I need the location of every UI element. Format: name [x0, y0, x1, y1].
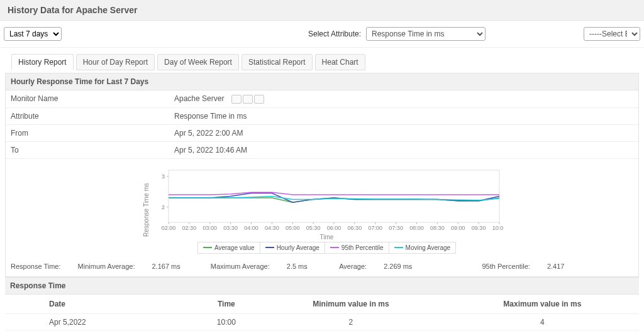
- legend-label: Hourly Average: [277, 244, 319, 251]
- svg-text:02:00: 02:00: [161, 225, 175, 231]
- response-time-chart: 2302:0002:3003:0003:3004:0004:3005:0005:…: [151, 166, 503, 232]
- chart-xlabel: Time: [151, 234, 503, 241]
- table-cell: 4: [446, 313, 639, 330]
- attribute-select[interactable]: Response Time in ms: [366, 27, 486, 41]
- tab-statistical-report[interactable]: Statistical Report: [242, 54, 313, 70]
- stats-max: Maximum Average: 2.5 ms: [211, 263, 323, 270]
- table-cell: 3: [446, 330, 639, 336]
- tab-history-report[interactable]: History Report: [11, 54, 74, 70]
- svg-text:06:00: 06:00: [326, 225, 341, 231]
- svg-text:04:30: 04:30: [265, 225, 279, 231]
- table-cell: Apr 5,2022: [5, 313, 196, 330]
- kv-val: Apr 5, 2022 2:00 AM: [174, 129, 633, 138]
- kv-from: From Apr 5, 2022 2:00 AM: [6, 125, 638, 142]
- report-panel: Hourly Response Time for Last 7 Days Mon…: [5, 73, 639, 277]
- table-cell: 2: [256, 313, 445, 330]
- controls-row: Last 7 days Select Attribute: Response T…: [0, 21, 644, 48]
- legend-item[interactable]: Moving Average: [389, 242, 457, 254]
- table-title: Response Time: [5, 277, 639, 295]
- tab-hour-of-day-report[interactable]: Hour of Day Report: [76, 54, 155, 70]
- table-row: Apr 5,20229:0013: [5, 330, 639, 336]
- kv-val: Apache Server: [174, 94, 633, 104]
- table-cell: 9:00: [196, 330, 256, 336]
- monitor-name-value: Apache Server: [174, 94, 224, 103]
- table-header: Time: [196, 295, 256, 314]
- chart-icon[interactable]: [231, 95, 242, 104]
- svg-text:05:30: 05:30: [306, 225, 320, 231]
- legend-label: Moving Average: [406, 244, 451, 251]
- svg-text:09:00: 09:00: [450, 225, 465, 231]
- svg-text:09:30: 09:30: [471, 225, 486, 231]
- svg-text:10:00: 10:00: [492, 225, 502, 231]
- legend-swatch: [265, 247, 274, 248]
- kv-val: Apr 5, 2022 10:46 AM: [174, 146, 633, 154]
- kv-to: To Apr 5, 2022 10:46 AM: [6, 142, 638, 159]
- stats-p95: 95th Percentile: 2.417: [482, 263, 579, 270]
- stats-avg: Average: 2.269 ms: [339, 263, 427, 270]
- kv-key: Monitor Name: [11, 94, 174, 104]
- svg-text:06:30: 06:30: [347, 225, 362, 231]
- kv-monitor-name: Monitor Name Apache Server: [6, 90, 638, 108]
- business-hours-select[interactable]: -----Select Business H: [584, 27, 640, 41]
- kv-key: Attribute: [11, 112, 174, 121]
- svg-text:07:00: 07:00: [368, 225, 382, 231]
- legend-swatch: [203, 247, 212, 248]
- legend-swatch: [330, 247, 339, 248]
- report-icon[interactable]: [243, 95, 253, 104]
- stats-min: Minimum Average: 2.167 ms: [78, 263, 196, 270]
- legend-label: Average value: [214, 244, 255, 251]
- chart-area: Response Time ms 2302:0002:3003:0003:300…: [6, 159, 638, 257]
- svg-text:04:00: 04:00: [244, 225, 258, 231]
- stats-line: Response Time: Minimum Average: 2.167 ms…: [6, 257, 638, 276]
- table-cell: 10:00: [196, 313, 256, 330]
- table-header: Maximum value in ms: [446, 295, 639, 314]
- page-title: History Data for Apache Server: [0, 0, 644, 21]
- chart-legend: Average valueHourly Average95th Percenti…: [151, 242, 503, 254]
- settings-icon[interactable]: [254, 95, 264, 104]
- attribute-label: Select Attribute:: [308, 30, 361, 38]
- legend-item[interactable]: Hourly Average: [260, 242, 325, 254]
- table-header: Date: [5, 295, 196, 314]
- svg-text:05:00: 05:00: [285, 225, 299, 231]
- chart-ylabel: Response Time ms: [142, 166, 151, 254]
- legend-item[interactable]: 95th Percentile: [325, 242, 389, 254]
- svg-rect-0: [169, 170, 499, 222]
- table-row: Apr 5,202210:0024: [5, 313, 639, 330]
- table-header: Minimum value in ms: [256, 295, 445, 314]
- svg-text:2: 2: [161, 203, 164, 210]
- legend-swatch: [394, 247, 403, 248]
- period-select[interactable]: Last 7 days: [4, 27, 62, 41]
- svg-text:08:30: 08:30: [430, 225, 445, 231]
- tab-heat-chart[interactable]: Heat Chart: [315, 54, 365, 70]
- stats-label: Response Time:: [11, 263, 60, 270]
- legend-label: 95th Percentile: [341, 244, 384, 251]
- svg-text:08:00: 08:00: [409, 225, 424, 231]
- svg-text:03:30: 03:30: [223, 225, 238, 231]
- kv-val: Response Time in ms: [174, 112, 633, 121]
- legend-item[interactable]: Average value: [197, 242, 260, 254]
- kv-key: From: [11, 129, 174, 138]
- svg-text:03:00: 03:00: [203, 225, 217, 231]
- table-cell: Apr 5,2022: [5, 330, 196, 336]
- kv-attribute: Attribute Response Time in ms: [6, 108, 638, 125]
- response-time-table: DateTimeMinimum value in msMaximum value…: [5, 295, 639, 336]
- svg-text:07:30: 07:30: [389, 225, 403, 231]
- kv-key: To: [11, 146, 174, 154]
- svg-text:3: 3: [161, 173, 164, 180]
- tab-day-of-week-report[interactable]: Day of Week Report: [157, 54, 239, 70]
- panel-title: Hourly Response Time for Last 7 Days: [6, 73, 638, 90]
- table-cell: 1: [256, 330, 445, 336]
- tabs-bar: History ReportHour of Day ReportDay of W…: [0, 48, 644, 73]
- svg-text:02:30: 02:30: [182, 225, 196, 231]
